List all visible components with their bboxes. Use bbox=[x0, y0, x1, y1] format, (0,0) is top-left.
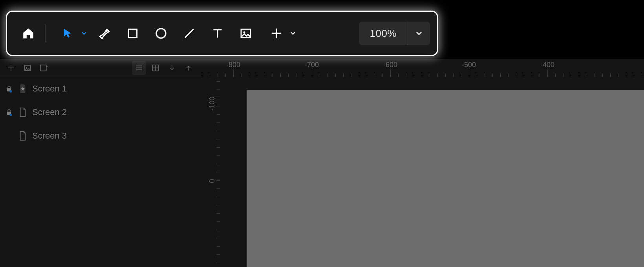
add-image-button[interactable] bbox=[20, 61, 35, 75]
pen-tool[interactable] bbox=[93, 22, 115, 44]
svg-point-5 bbox=[10, 90, 12, 93]
artboard[interactable] bbox=[247, 90, 644, 267]
layer-label: Screen 3 bbox=[32, 131, 67, 141]
svg-point-9 bbox=[156, 29, 166, 38]
sidebar: Screen 1 Screen 2 Screen 3 bbox=[0, 59, 202, 267]
lock-icon[interactable] bbox=[5, 108, 13, 116]
page-icon bbox=[18, 130, 27, 141]
ruler-tick-label: -600 bbox=[383, 61, 397, 69]
view-list-button[interactable] bbox=[132, 61, 146, 75]
sort-up-button[interactable] bbox=[181, 61, 196, 75]
page-icon bbox=[18, 107, 27, 118]
add-tool[interactable] bbox=[265, 22, 287, 44]
ruler-tick-label: -700 bbox=[305, 61, 319, 69]
layer-row[interactable]: Screen 1 bbox=[0, 77, 202, 101]
rectangle-tool[interactable] bbox=[122, 22, 144, 44]
main-toolbar: 100% bbox=[7, 12, 437, 55]
toolbar-divider bbox=[45, 24, 46, 42]
select-tool-dropdown[interactable] bbox=[80, 29, 88, 37]
svg-point-1 bbox=[26, 67, 27, 68]
select-tool[interactable] bbox=[57, 22, 79, 44]
ruler-tick-label: -800 bbox=[226, 61, 240, 69]
line-tool[interactable] bbox=[178, 22, 200, 44]
ruler-tick-label: 0 bbox=[208, 179, 216, 183]
sort-down-button[interactable] bbox=[165, 61, 179, 75]
canvas-viewport[interactable] bbox=[220, 77, 644, 267]
add-frame-button[interactable] bbox=[37, 61, 51, 75]
home-button[interactable] bbox=[17, 22, 39, 44]
text-tool[interactable] bbox=[207, 22, 229, 44]
ruler-tick-label: -100 bbox=[208, 97, 216, 111]
svg-point-7 bbox=[10, 114, 12, 116]
svg-rect-8 bbox=[128, 29, 137, 37]
layer-row[interactable]: Screen 3 bbox=[0, 124, 202, 148]
image-tool[interactable] bbox=[235, 22, 257, 44]
layer-label: Screen 1 bbox=[32, 84, 67, 94]
lock-icon[interactable] bbox=[5, 85, 13, 93]
add-tool-dropdown[interactable] bbox=[289, 29, 297, 37]
zoom-value[interactable]: 100% bbox=[359, 27, 408, 40]
ellipse-tool[interactable] bbox=[150, 22, 172, 44]
ruler-vertical[interactable]: 0-100 bbox=[202, 77, 220, 267]
svg-rect-2 bbox=[40, 65, 46, 71]
view-grid-button[interactable] bbox=[148, 61, 163, 75]
ruler-horizontal[interactable]: -800-700-600-500-400 bbox=[202, 59, 644, 77]
page-star-icon bbox=[18, 83, 27, 94]
layer-label: Screen 2 bbox=[32, 107, 67, 117]
zoom-control: 100% bbox=[359, 22, 430, 45]
ruler-tick-label: -400 bbox=[540, 61, 554, 69]
add-layer-button[interactable] bbox=[4, 61, 18, 75]
zoom-dropdown[interactable] bbox=[408, 22, 430, 45]
ruler-tick-label: -500 bbox=[462, 61, 476, 69]
svg-point-11 bbox=[243, 31, 245, 33]
layer-row[interactable]: Screen 2 bbox=[0, 101, 202, 124]
sidebar-toolbar bbox=[0, 59, 202, 77]
